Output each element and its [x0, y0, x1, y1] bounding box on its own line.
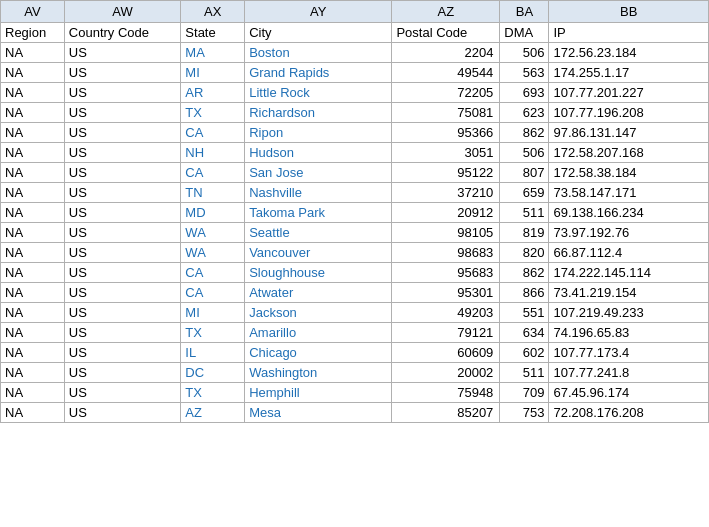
col-header-az: AZ: [392, 1, 500, 23]
cell-state-col-3: TX: [181, 103, 245, 123]
spreadsheet: AV AW AX AY AZ BA BB Region Country Code…: [0, 0, 709, 527]
cell-ip-6: 172.58.38.184: [549, 163, 709, 183]
cell-postal-16: 20002: [392, 363, 500, 383]
cell-country-4: US: [64, 123, 181, 143]
cell-postal-5: 3051: [392, 143, 500, 163]
cell-postal-11: 95683: [392, 263, 500, 283]
table-row: NAUSMIJackson49203551107.219.49.233: [1, 303, 709, 323]
cell-dma-16: 511: [500, 363, 549, 383]
cell-dma-18: 753: [500, 403, 549, 423]
cell-region-7: NA: [1, 183, 65, 203]
field-postal-code: Postal Code: [392, 23, 500, 43]
cell-dma-15: 602: [500, 343, 549, 363]
cell-postal-4: 95366: [392, 123, 500, 143]
cell-country-10: US: [64, 243, 181, 263]
table-row: NAUSCAAtwater9530186673.41.219.154: [1, 283, 709, 303]
field-dma: DMA: [500, 23, 549, 43]
table-row: NAUSCASan Jose95122807172.58.38.184: [1, 163, 709, 183]
column-header-row: AV AW AX AY AZ BA BB: [1, 1, 709, 23]
cell-country-15: US: [64, 343, 181, 363]
cell-country-16: US: [64, 363, 181, 383]
cell-country-14: US: [64, 323, 181, 343]
cell-region-15: NA: [1, 343, 65, 363]
cell-postal-8: 20912: [392, 203, 500, 223]
cell-state-col-16: DC: [181, 363, 245, 383]
cell-ip-8: 69.138.166.234: [549, 203, 709, 223]
cell-postal-17: 75948: [392, 383, 500, 403]
cell-ip-5: 172.58.207.168: [549, 143, 709, 163]
cell-postal-15: 60609: [392, 343, 500, 363]
table-row: NAUSMDTakoma Park2091251169.138.166.234: [1, 203, 709, 223]
cell-ip-3: 107.77.196.208: [549, 103, 709, 123]
cell-city-col-17: Hemphill: [245, 383, 392, 403]
cell-ip-0: 172.56.23.184: [549, 43, 709, 63]
cell-ip-11: 174.222.145.114: [549, 263, 709, 283]
cell-dma-14: 634: [500, 323, 549, 343]
field-name-row: Region Country Code State City Postal Co…: [1, 23, 709, 43]
cell-country-2: US: [64, 83, 181, 103]
cell-region-2: NA: [1, 83, 65, 103]
cell-region-1: NA: [1, 63, 65, 83]
cell-country-1: US: [64, 63, 181, 83]
field-country-code: Country Code: [64, 23, 181, 43]
cell-country-5: US: [64, 143, 181, 163]
cell-ip-13: 107.219.49.233: [549, 303, 709, 323]
cell-region-0: NA: [1, 43, 65, 63]
cell-city-col-1: Grand Rapids: [245, 63, 392, 83]
cell-region-18: NA: [1, 403, 65, 423]
cell-region-5: NA: [1, 143, 65, 163]
cell-ip-14: 74.196.65.83: [549, 323, 709, 343]
table-row: NAUSMABoston2204506172.56.23.184: [1, 43, 709, 63]
cell-state-col-14: TX: [181, 323, 245, 343]
table-row: NAUSTXHemphill7594870967.45.96.174: [1, 383, 709, 403]
col-header-ba: BA: [500, 1, 549, 23]
cell-region-12: NA: [1, 283, 65, 303]
table-row: NAUSTXAmarillo7912163474.196.65.83: [1, 323, 709, 343]
field-city: City: [245, 23, 392, 43]
cell-region-16: NA: [1, 363, 65, 383]
table-row: NAUSTNNashville3721065973.58.147.171: [1, 183, 709, 203]
cell-dma-4: 862: [500, 123, 549, 143]
cell-city-col-6: San Jose: [245, 163, 392, 183]
col-header-aw: AW: [64, 1, 181, 23]
cell-postal-7: 37210: [392, 183, 500, 203]
cell-city-col-3: Richardson: [245, 103, 392, 123]
cell-region-9: NA: [1, 223, 65, 243]
cell-ip-15: 107.77.173.4: [549, 343, 709, 363]
cell-country-3: US: [64, 103, 181, 123]
table-row: NAUSCASloughhouse95683862174.222.145.114: [1, 263, 709, 283]
cell-state-col-12: CA: [181, 283, 245, 303]
cell-postal-18: 85207: [392, 403, 500, 423]
cell-ip-9: 73.97.192.76: [549, 223, 709, 243]
cell-dma-9: 819: [500, 223, 549, 243]
table-row: NAUSARLittle Rock72205693107.77.201.227: [1, 83, 709, 103]
cell-city-col-0: Boston: [245, 43, 392, 63]
cell-city-col-5: Hudson: [245, 143, 392, 163]
cell-city-col-13: Jackson: [245, 303, 392, 323]
table-row: NAUSNHHudson3051506172.58.207.168: [1, 143, 709, 163]
cell-ip-12: 73.41.219.154: [549, 283, 709, 303]
cell-city-col-14: Amarillo: [245, 323, 392, 343]
cell-state-col-6: CA: [181, 163, 245, 183]
cell-state-col-18: AZ: [181, 403, 245, 423]
cell-state-col-8: MD: [181, 203, 245, 223]
cell-country-9: US: [64, 223, 181, 243]
cell-city-col-11: Sloughhouse: [245, 263, 392, 283]
cell-postal-9: 98105: [392, 223, 500, 243]
cell-ip-16: 107.77.241.8: [549, 363, 709, 383]
table-row: NAUSTXRichardson75081623107.77.196.208: [1, 103, 709, 123]
cell-city-col-12: Atwater: [245, 283, 392, 303]
cell-country-7: US: [64, 183, 181, 203]
cell-state-col-4: CA: [181, 123, 245, 143]
cell-dma-3: 623: [500, 103, 549, 123]
cell-ip-1: 174.255.1.17: [549, 63, 709, 83]
cell-dma-0: 506: [500, 43, 549, 63]
cell-dma-7: 659: [500, 183, 549, 203]
cell-country-13: US: [64, 303, 181, 323]
cell-region-17: NA: [1, 383, 65, 403]
cell-country-18: US: [64, 403, 181, 423]
cell-ip-4: 97.86.131.147: [549, 123, 709, 143]
cell-dma-1: 563: [500, 63, 549, 83]
col-header-av: AV: [1, 1, 65, 23]
cell-ip-10: 66.87.112.4: [549, 243, 709, 263]
